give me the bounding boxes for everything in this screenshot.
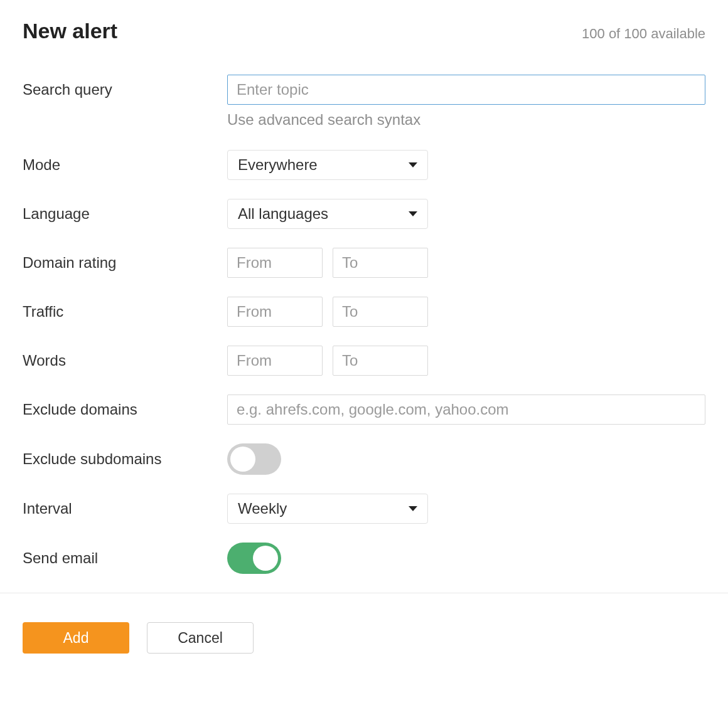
domain-rating-from-input[interactable]: [227, 248, 323, 278]
language-label: Language: [23, 205, 227, 223]
toggle-knob-icon: [230, 447, 255, 472]
availability-text: 100 of 100 available: [582, 26, 705, 42]
mode-label: Mode: [23, 156, 227, 174]
search-query-input[interactable]: [227, 75, 705, 105]
domain-rating-to-input[interactable]: [333, 248, 428, 278]
exclude-domains-input[interactable]: [227, 395, 705, 425]
search-query-hint: Use advanced search syntax: [227, 111, 420, 129]
language-select[interactable]: All languages: [227, 199, 428, 229]
words-from-input[interactable]: [227, 346, 323, 376]
chevron-down-icon: [409, 211, 417, 216]
send-email-label: Send email: [23, 549, 227, 567]
chevron-down-icon: [409, 506, 417, 511]
search-query-label: Search query: [23, 81, 227, 98]
mode-select-value: Everywhere: [238, 156, 318, 174]
words-label: Words: [23, 352, 227, 369]
add-button[interactable]: Add: [23, 622, 129, 654]
interval-select[interactable]: Weekly: [227, 494, 428, 524]
language-select-value: All languages: [238, 205, 328, 223]
traffic-from-input[interactable]: [227, 297, 323, 327]
interval-label: Interval: [23, 500, 227, 517]
exclude-domains-label: Exclude domains: [23, 401, 227, 418]
interval-select-value: Weekly: [238, 500, 287, 517]
words-to-input[interactable]: [333, 346, 428, 376]
send-email-toggle[interactable]: [227, 543, 281, 574]
exclude-subdomains-label: Exclude subdomains: [23, 450, 227, 468]
cancel-button[interactable]: Cancel: [147, 622, 254, 654]
chevron-down-icon: [409, 162, 417, 167]
domain-rating-label: Domain rating: [23, 254, 227, 272]
traffic-to-input[interactable]: [333, 297, 428, 327]
exclude-subdomains-toggle[interactable]: [227, 443, 281, 475]
dialog-header: New alert 100 of 100 available: [23, 19, 705, 43]
traffic-label: Traffic: [23, 303, 227, 320]
mode-select[interactable]: Everywhere: [227, 150, 428, 180]
toggle-knob-icon: [253, 546, 278, 571]
page-title: New alert: [23, 19, 117, 43]
dialog-footer: Add Cancel: [0, 593, 728, 682]
